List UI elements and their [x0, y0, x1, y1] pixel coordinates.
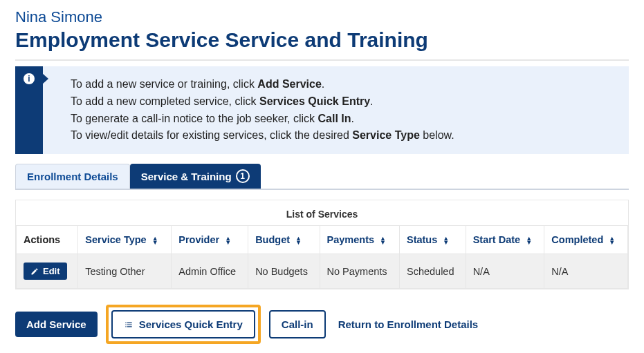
sort-icon: ▲▼ [443, 236, 449, 245]
edit-button-label: Edit [43, 266, 60, 276]
add-service-label: Add Service [26, 318, 86, 330]
cell-completed: N/A [544, 254, 628, 289]
return-to-enrollment-link[interactable]: Return to Enrollment Details [338, 318, 479, 330]
col-payments[interactable]: Payments ▲▼ [320, 226, 399, 254]
pencil-icon [30, 267, 39, 276]
info-icon: i [24, 73, 35, 84]
sort-icon: ▲▼ [526, 236, 532, 245]
call-in-label: Call-in [282, 318, 313, 330]
sort-icon: ▲▼ [609, 236, 615, 245]
person-name: Nina Simone [15, 8, 629, 26]
edit-button[interactable]: Edit [24, 263, 67, 280]
cell-actions: Edit [17, 254, 78, 289]
sort-icon: ▲▼ [152, 236, 158, 245]
add-service-button[interactable]: Add Service [15, 312, 98, 337]
cell-status: Scheduled [399, 254, 466, 289]
call-in-button[interactable]: Call-in [269, 310, 326, 338]
page-title: Employment Service Service and Training [15, 28, 629, 53]
info-stripe: i [15, 66, 43, 154]
table-header-row: Actions Service Type ▲▼ Provider ▲▼ Budg… [17, 226, 628, 254]
title-divider [15, 59, 629, 61]
highlight-callout: Services Quick Entry [106, 305, 261, 344]
info-content: To add a new service or training, click … [43, 66, 629, 154]
services-quick-entry-button[interactable]: Services Quick Entry [111, 310, 255, 338]
actions-row: Add Service Services Quick Entry Call-in… [15, 305, 629, 344]
tab-label: Enrollment Details [27, 171, 118, 182]
services-table-wrap: List of Services Actions Service Type ▲▼… [15, 200, 629, 289]
col-completed[interactable]: Completed ▲▼ [544, 226, 628, 254]
services-quick-entry-label: Services Quick Entry [139, 318, 243, 330]
info-banner: i To add a new service or training, clic… [15, 66, 629, 154]
cell-provider: Admin Office [172, 254, 248, 289]
col-budget[interactable]: Budget ▲▼ [248, 226, 320, 254]
col-service-type[interactable]: Service Type ▲▼ [78, 226, 172, 254]
tab-enrollment-details[interactable]: Enrollment Details [15, 164, 130, 189]
services-table: Actions Service Type ▲▼ Provider ▲▼ Budg… [16, 225, 628, 289]
col-start-date[interactable]: Start Date ▲▼ [466, 226, 544, 254]
cell-budget: No Budgets [248, 254, 320, 289]
tabs: Enrollment Details Service & Training 1 [15, 164, 629, 190]
table-title: List of Services [16, 209, 628, 220]
sort-icon: ▲▼ [295, 236, 302, 245]
table-row: Edit Testing Other Admin Office No Budge… [17, 254, 628, 289]
info-line: To add a new completed service, click Se… [71, 93, 614, 111]
info-line: To add a new service or training, click … [71, 76, 614, 93]
list-icon [124, 320, 134, 330]
cell-service-type[interactable]: Testing Other [78, 254, 172, 289]
cell-payments: No Payments [320, 254, 399, 289]
info-line: To generate a call-in notice to the job … [71, 111, 614, 128]
cell-start-date: N/A [466, 254, 544, 289]
col-provider[interactable]: Provider ▲▼ [172, 226, 248, 254]
col-actions: Actions [17, 226, 78, 254]
sort-icon: ▲▼ [225, 236, 231, 245]
tab-count-badge: 1 [236, 169, 250, 183]
col-status[interactable]: Status ▲▼ [399, 226, 466, 254]
info-line: To view/edit details for existing servic… [71, 127, 614, 144]
tab-service-training[interactable]: Service & Training 1 [130, 164, 261, 189]
tab-label: Service & Training [141, 171, 232, 182]
sort-icon: ▲▼ [380, 236, 386, 245]
